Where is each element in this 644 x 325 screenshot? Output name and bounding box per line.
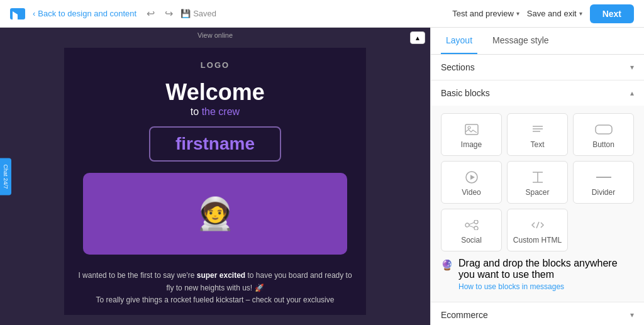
test-preview-label: Test and preview [452, 9, 514, 18]
email-hero-image: 🧑‍🚀 [83, 173, 347, 255]
save-exit-button[interactable]: Save and exit ▾ [527, 9, 582, 18]
block-social[interactable]: Social [441, 209, 502, 251]
panel-tabs: Layout Message style [431, 28, 644, 55]
custom-html-block-label: Custom HTML [513, 236, 562, 245]
collapse-panel-button[interactable]: ▲ [410, 31, 425, 44]
basic-blocks-body: Image Text Button [431, 106, 644, 302]
divider-block-icon [596, 170, 611, 184]
text-block-label: Text [530, 140, 544, 149]
block-spacer[interactable]: Spacer [507, 161, 568, 204]
social-block-label: Social [461, 236, 482, 245]
redo-button[interactable]: ↪ [162, 5, 175, 22]
svg-line-16 [469, 226, 474, 228]
text-block-icon [531, 123, 544, 136]
video-block-icon [465, 170, 478, 184]
block-button[interactable]: Button [573, 113, 634, 156]
spacer-block-icon [531, 170, 544, 184]
video-block-label: Video [462, 188, 480, 197]
undo-redo-group: ↩ ↪ 💾 Saved [144, 5, 216, 22]
divider-block-label: Divider [592, 188, 615, 197]
sections-label: Sections [441, 62, 475, 72]
how-to-use-blocks-link[interactable]: How to use blocks in messages [458, 282, 564, 291]
drag-hint-icon: 🔮 [441, 259, 453, 271]
save-exit-label: Save and exit [527, 9, 577, 18]
svg-point-12 [465, 223, 469, 227]
email-body-paragraph-2: To really give things a rocket fueled ki… [77, 294, 353, 306]
sections-caret-icon: ▾ [630, 63, 634, 72]
svg-line-17 [536, 222, 539, 228]
test-preview-caret-icon: ▾ [516, 10, 519, 17]
svg-marker-7 [470, 175, 475, 180]
email-welcome-text: Welcome [165, 79, 264, 106]
svg-rect-5 [596, 125, 612, 134]
view-online-label: View online [197, 31, 233, 39]
ecommerce-header[interactable]: Ecommerce ▾ [431, 302, 644, 325]
custom-html-block-icon [531, 218, 545, 232]
ecommerce-caret-icon: ▾ [630, 311, 634, 319]
next-button[interactable]: Next [590, 4, 634, 23]
drag-hint: 🔮 Drag and drop the blocks anywhere you … [441, 251, 634, 294]
canvas-topbar: View online ▲ [0, 28, 430, 48]
topbar: ‹ Back to design and content ↩ ↪ 💾 Saved… [0, 0, 644, 28]
sections-header[interactable]: Sections ▾ [431, 55, 644, 80]
basic-blocks-label: Basic blocks [441, 88, 490, 98]
back-label: Back to design and content [38, 9, 136, 18]
image-block-label: Image [461, 140, 482, 149]
email-logo: LOGO [201, 48, 230, 79]
block-text[interactable]: Text [507, 113, 568, 156]
floppy-icon: 💾 [180, 9, 191, 18]
svg-point-1 [468, 126, 470, 129]
tab-layout[interactable]: Layout [441, 28, 477, 54]
social-block-icon [465, 218, 479, 232]
block-divider[interactable]: Divider [573, 161, 634, 204]
back-to-design-link[interactable]: ‹ Back to design and content [33, 9, 136, 18]
svg-point-13 [474, 220, 478, 224]
block-video[interactable]: Video [441, 161, 502, 204]
email-canvas: Chat 24/7 View online ▲ LOGO Welcome to … [0, 28, 430, 325]
saved-status: 💾 Saved [180, 9, 216, 18]
app-logo-icon [10, 8, 25, 19]
tab-message-style[interactable]: Message style [487, 28, 553, 54]
astronaut-illustration: 🧑‍🚀 [196, 196, 235, 232]
svg-point-14 [474, 226, 478, 230]
svg-line-15 [469, 223, 474, 224]
topbar-left: ‹ Back to design and content ↩ ↪ 💾 Saved [10, 5, 216, 22]
email-body-paragraph: I wanted to be the first to say we're su… [77, 270, 353, 294]
email-to-text: to [191, 106, 202, 117]
spacer-block-label: Spacer [525, 188, 549, 197]
email-crew-text: the crew [202, 106, 240, 117]
right-panel: Layout Message style Sections ▾ Basic bl… [430, 28, 644, 325]
save-exit-caret-icon: ▾ [579, 10, 582, 17]
button-block-label: Button [592, 140, 614, 149]
email-body-text: I wanted to be the first to say we're su… [64, 261, 366, 315]
email-firstname-box: firstname [149, 126, 281, 162]
main-layout: Chat 24/7 View online ▲ LOGO Welcome to … [0, 28, 644, 325]
svg-rect-0 [465, 124, 478, 135]
block-image[interactable]: Image [441, 113, 502, 156]
ecommerce-label: Ecommerce [441, 310, 488, 320]
sections-section: Sections ▾ [431, 55, 644, 80]
test-preview-button[interactable]: Test and preview ▾ [452, 9, 519, 18]
email-hero: Welcome to the crew firstname 🧑‍🚀 [64, 79, 366, 261]
drag-hint-text: Drag and drop the blocks anywhere you wa… [458, 258, 634, 292]
email-title: Welcome to the crew [165, 79, 264, 118]
chat-widget[interactable]: Chat 24/7 [0, 158, 11, 195]
ecommerce-section: Ecommerce ▾ [431, 302, 644, 325]
email-firstname-text: firstname [175, 134, 255, 153]
email-preview: LOGO Welcome to the crew firstname 🧑‍🚀 I [64, 48, 366, 315]
basic-blocks-header[interactable]: Basic blocks ▴ [431, 80, 644, 106]
email-to-crew-line: to the crew [191, 106, 240, 117]
basic-blocks-section: Basic blocks ▴ Image [431, 80, 644, 302]
back-arrow-icon: ‹ [33, 9, 35, 18]
undo-button[interactable]: ↩ [144, 5, 157, 22]
blocks-grid: Image Text Button [441, 113, 634, 251]
topbar-right: Test and preview ▾ Save and exit ▾ Next [452, 4, 634, 23]
image-block-icon [465, 123, 479, 136]
button-block-icon [595, 123, 613, 136]
basic-blocks-caret-icon: ▴ [630, 89, 634, 97]
block-custom-html[interactable]: Custom HTML [507, 209, 568, 251]
